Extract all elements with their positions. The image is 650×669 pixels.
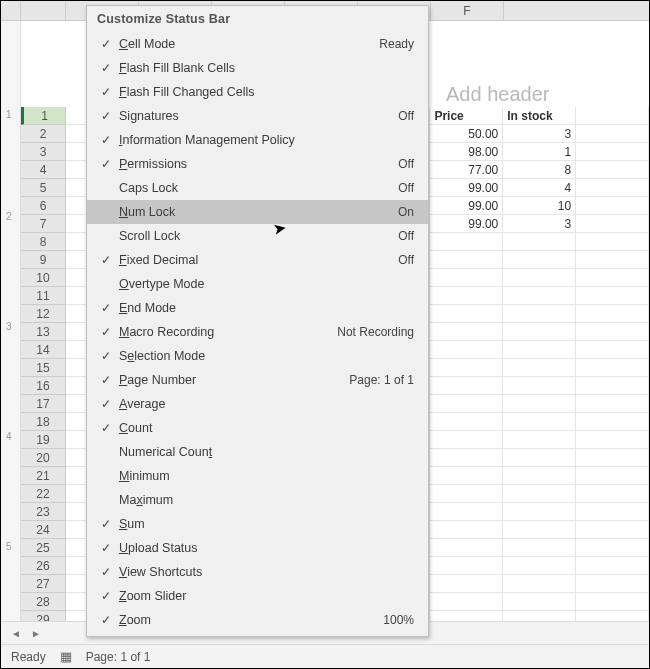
cell[interactable] (430, 521, 503, 539)
cell[interactable]: 8 (503, 161, 576, 179)
row-header[interactable]: 17 (21, 395, 65, 413)
cell[interactable]: 1 (503, 143, 576, 161)
cell[interactable] (430, 593, 503, 611)
cell[interactable]: 98.00 (430, 143, 503, 161)
cell[interactable] (430, 449, 503, 467)
menu-item[interactable]: ✓End Mode (87, 296, 428, 320)
cell[interactable]: Price (430, 107, 503, 125)
cell[interactable] (576, 593, 649, 611)
menu-item[interactable]: ✓Average (87, 392, 428, 416)
cell[interactable] (430, 233, 503, 251)
row-header[interactable]: 24 (21, 521, 65, 539)
row-header[interactable]: 25 (21, 539, 65, 557)
cell[interactable] (576, 539, 649, 557)
menu-item[interactable]: ✓PermissionsOff (87, 152, 428, 176)
menu-item[interactable]: ✓View Shortcuts (87, 560, 428, 584)
cell[interactable] (503, 359, 576, 377)
cell[interactable] (503, 521, 576, 539)
column-header[interactable]: F (431, 1, 504, 20)
cell[interactable] (430, 287, 503, 305)
row-header[interactable]: 1 (21, 107, 65, 125)
sheet-next-icon[interactable]: ► (31, 628, 41, 639)
cell[interactable] (576, 413, 649, 431)
cell[interactable] (503, 485, 576, 503)
menu-item[interactable]: Caps LockOff (87, 176, 428, 200)
cell[interactable]: In stock (503, 107, 576, 125)
menu-item[interactable]: ✓Fixed DecimalOff (87, 248, 428, 272)
cell[interactable] (430, 575, 503, 593)
cell[interactable] (430, 359, 503, 377)
cell[interactable]: 10 (503, 197, 576, 215)
menu-item[interactable]: Numerical Count (87, 440, 428, 464)
cell[interactable] (576, 287, 649, 305)
cell[interactable] (430, 269, 503, 287)
cell[interactable] (503, 593, 576, 611)
cell[interactable]: 3 (503, 125, 576, 143)
cell[interactable] (503, 233, 576, 251)
cell[interactable] (576, 269, 649, 287)
cell[interactable] (503, 431, 576, 449)
cell[interactable] (430, 503, 503, 521)
cell[interactable] (503, 539, 576, 557)
cell[interactable] (430, 539, 503, 557)
cell[interactable] (576, 503, 649, 521)
row-header[interactable]: 7 (21, 215, 65, 233)
cell[interactable] (576, 557, 649, 575)
menu-item[interactable]: Overtype Mode (87, 272, 428, 296)
cell[interactable] (576, 179, 649, 197)
cell[interactable]: 99.00 (430, 197, 503, 215)
menu-item[interactable]: Maximum (87, 488, 428, 512)
cell[interactable] (503, 575, 576, 593)
cell[interactable] (503, 323, 576, 341)
row-header[interactable]: 6 (21, 197, 65, 215)
cell[interactable] (430, 557, 503, 575)
row-header[interactable]: 27 (21, 575, 65, 593)
cell[interactable] (430, 467, 503, 485)
cell[interactable]: 4 (503, 179, 576, 197)
menu-item[interactable]: ✓Upload Status (87, 536, 428, 560)
cell[interactable] (430, 413, 503, 431)
row-header[interactable]: 16 (21, 377, 65, 395)
cell[interactable] (503, 467, 576, 485)
row-header[interactable]: 28 (21, 593, 65, 611)
cell[interactable] (503, 287, 576, 305)
row-header[interactable]: 4 (21, 161, 65, 179)
menu-item[interactable]: ✓Sum (87, 512, 428, 536)
cell[interactable] (503, 449, 576, 467)
row-header[interactable]: 3 (21, 143, 65, 161)
cell[interactable] (576, 251, 649, 269)
page-header-placeholder[interactable]: Add header (446, 83, 549, 106)
cell[interactable] (576, 467, 649, 485)
cell[interactable] (576, 125, 649, 143)
cell[interactable] (576, 197, 649, 215)
cell[interactable] (576, 575, 649, 593)
cell[interactable] (430, 305, 503, 323)
menu-item[interactable]: Scroll LockOff (87, 224, 428, 248)
row-header[interactable]: 8 (21, 233, 65, 251)
cell[interactable]: 3 (503, 215, 576, 233)
macro-record-icon[interactable]: ▦ (60, 649, 72, 664)
cell[interactable] (576, 341, 649, 359)
cell[interactable] (503, 377, 576, 395)
cell[interactable] (576, 485, 649, 503)
cell[interactable]: 77.00 (430, 161, 503, 179)
menu-item[interactable]: ✓Count (87, 416, 428, 440)
cell[interactable] (576, 161, 649, 179)
menu-item[interactable]: ✓Cell ModeReady (87, 32, 428, 56)
row-header[interactable]: 26 (21, 557, 65, 575)
cell[interactable] (576, 215, 649, 233)
row-header[interactable]: 22 (21, 485, 65, 503)
cell[interactable] (430, 431, 503, 449)
row-header[interactable]: 5 (21, 179, 65, 197)
menu-item[interactable]: ✓Macro RecordingNot Recording (87, 320, 428, 344)
cell[interactable] (576, 449, 649, 467)
menu-item[interactable]: ✓SignaturesOff (87, 104, 428, 128)
cell[interactable] (430, 395, 503, 413)
cell[interactable] (576, 359, 649, 377)
row-header[interactable]: 11 (21, 287, 65, 305)
cell[interactable] (576, 395, 649, 413)
row-header[interactable]: 14 (21, 341, 65, 359)
cell[interactable]: 99.00 (430, 215, 503, 233)
cell[interactable] (430, 251, 503, 269)
status-bar[interactable]: Ready ▦ Page: 1 of 1 (1, 644, 649, 668)
